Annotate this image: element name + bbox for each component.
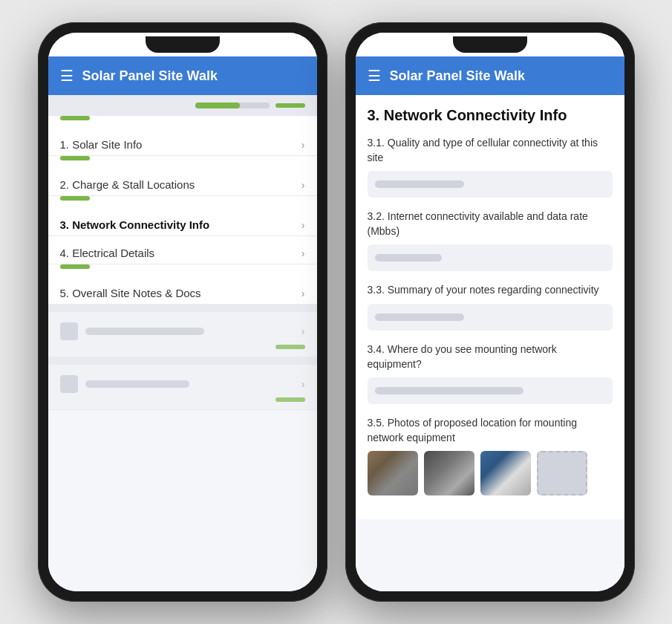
hamburger-icon-right[interactable]: ☰ [368, 67, 381, 85]
item3-progress [60, 196, 305, 208]
item3-green-bar [60, 196, 90, 201]
right-phone-frame: ☰ Solar Panel Site Walk 3. Network Conne… [345, 22, 635, 602]
item2-row[interactable]: 2. Charge & Stall Locations › [60, 168, 305, 195]
q35-label: 3.5. Photos of proposed location for mou… [368, 416, 613, 445]
top-progress-row [48, 95, 317, 116]
photo-add-button[interactable] [537, 451, 587, 495]
item2-label: 2. Charge & Stall Locations [60, 178, 195, 191]
left-screen-content[interactable]: 1. Solar Site Info › 2. Charge & Stall L… [48, 95, 317, 591]
detail-content: 3. Network Connectivity Info 3.1. Qualit… [356, 95, 624, 519]
section-separator-2 [48, 357, 317, 365]
question-block-35: 3.5. Photos of proposed location for mou… [368, 416, 613, 495]
photo-thumb-3[interactable] [480, 451, 531, 495]
item3-chevron: › [301, 219, 305, 231]
q31-label: 3.1. Quality and type of cellular connec… [368, 136, 613, 165]
menu-item-4[interactable]: 4. Electrical Details › [48, 236, 317, 264]
dim-item-2[interactable]: › [48, 365, 317, 410]
question-block-32: 3.2. Internet connectivity available and… [368, 209, 613, 271]
dim2-chevron: › [301, 378, 305, 390]
progress-fill-top [195, 103, 240, 108]
left-header-title: Solar Panel Site Walk [82, 68, 218, 84]
item5-chevron: › [301, 287, 305, 299]
item4-chevron: › [301, 247, 305, 259]
item2-chevron: › [301, 179, 305, 191]
left-app-header: ☰ Solar Panel Site Walk [48, 56, 317, 95]
right-header-title: Solar Panel Site Walk [390, 68, 525, 84]
q34-label: 3.4. Where do you see mounting network e… [368, 342, 613, 371]
dim2-green-bar [275, 397, 305, 402]
dim1-green-bar [275, 345, 305, 349]
photos-row [368, 451, 613, 495]
dim1-row[interactable]: › [60, 312, 305, 345]
photo-thumb-2[interactable] [424, 451, 474, 495]
section-separator-1 [48, 305, 317, 312]
dim2-row[interactable]: › [60, 365, 305, 397]
left-phone-frame: ☰ Solar Panel Site Walk [38, 22, 327, 602]
right-phone-screen: ☰ Solar Panel Site Walk 3. Network Conne… [356, 33, 624, 591]
hamburger-icon-left[interactable]: ☰ [60, 67, 74, 85]
notch-bar-left [48, 33, 317, 56]
item1-chevron: › [301, 139, 305, 151]
item5-row[interactable]: 5. Overall Site Notes & Docs › [60, 276, 305, 304]
question-block-33: 3.3. Summary of your notes regarding con… [368, 283, 613, 331]
item4-row[interactable]: 4. Electrical Details › [60, 236, 305, 264]
item2-progress [60, 156, 305, 168]
q33-placeholder [375, 313, 464, 321]
item1-row[interactable]: 1. Solar Site Info › [60, 128, 305, 155]
menu-item-1[interactable]: 1. Solar Site Info › [48, 116, 317, 156]
q32-label: 3.2. Internet connectivity available and… [368, 209, 613, 238]
section-title: 3. Network Connectivity Info [368, 107, 613, 124]
q33-answer-field[interactable] [368, 304, 613, 331]
notch-bar-right [356, 33, 624, 56]
menu-item-2[interactable]: 2. Charge & Stall Locations › [48, 156, 317, 196]
item4-label: 4. Electrical Details [60, 247, 155, 259]
item3-row[interactable]: 3. Network Connectivity Info › [60, 208, 305, 235]
q34-answer-field[interactable] [368, 377, 613, 404]
dim-item-1[interactable]: › [48, 312, 317, 357]
green-bar-top [275, 103, 305, 108]
item2-green-bar [60, 156, 90, 160]
right-screen-content[interactable]: 3. Network Connectivity Info 3.1. Qualit… [356, 95, 624, 591]
q32-answer-field[interactable] [368, 244, 613, 271]
notch-right [453, 36, 527, 53]
menu-item-3[interactable]: 3. Network Connectivity Info › [48, 196, 317, 236]
item1-label: 1. Solar Site Info [60, 138, 143, 151]
q31-placeholder [375, 181, 464, 188]
q31-answer-field[interactable] [368, 171, 613, 198]
q34-placeholder [375, 387, 523, 394]
dim1-chevron: › [301, 325, 305, 337]
photo-thumb-1[interactable] [368, 451, 418, 495]
item1-progress [60, 116, 305, 128]
item5-progress [60, 264, 305, 276]
progress-bg-top [195, 103, 270, 108]
question-block-31: 3.1. Quality and type of cellular connec… [368, 136, 613, 198]
item5-green-bar [60, 264, 90, 269]
question-block-34: 3.4. Where do you see mounting network e… [368, 342, 613, 404]
right-app-header: ☰ Solar Panel Site Walk [356, 56, 624, 95]
menu-item-5[interactable]: 5. Overall Site Notes & Docs › [48, 264, 317, 305]
q33-label: 3.3. Summary of your notes regarding con… [368, 283, 613, 298]
notch-left [146, 36, 220, 53]
item3-label: 3. Network Connectivity Info [60, 218, 210, 231]
item5-label: 5. Overall Site Notes & Docs [60, 287, 201, 299]
item1-green-bar [60, 116, 90, 120]
left-phone: ☰ Solar Panel Site Walk [38, 22, 327, 602]
right-phone: ☰ Solar Panel Site Walk 3. Network Conne… [345, 22, 635, 602]
left-phone-screen: ☰ Solar Panel Site Walk [48, 33, 317, 591]
q32-placeholder [375, 254, 442, 261]
